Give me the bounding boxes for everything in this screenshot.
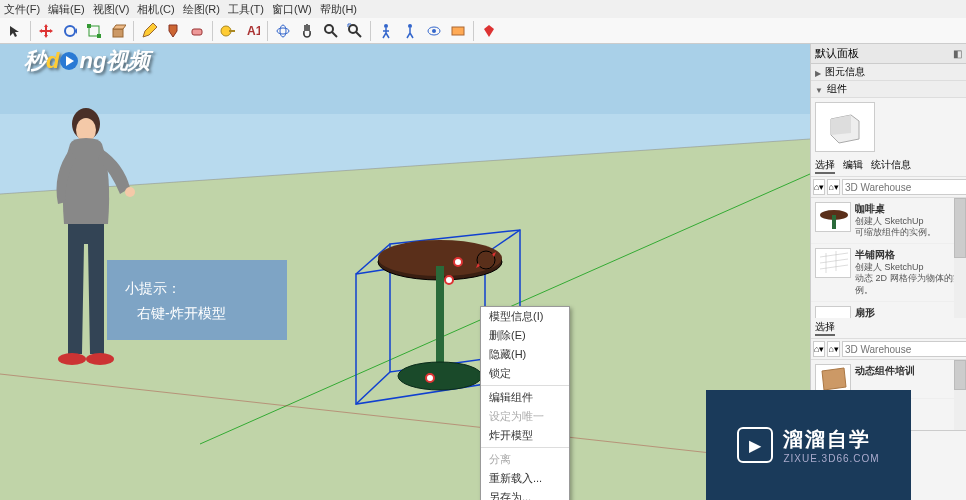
item-thumb bbox=[815, 202, 851, 232]
svg-point-18 bbox=[432, 29, 436, 33]
tab-stats[interactable]: 统计信息 bbox=[871, 158, 911, 174]
menu-camera[interactable]: 相机(C) bbox=[137, 2, 174, 16]
details-icon[interactable]: ⌂▾ bbox=[813, 179, 825, 195]
svg-marker-55 bbox=[822, 368, 846, 390]
collapse-icon bbox=[815, 84, 823, 95]
position-camera-tool[interactable] bbox=[399, 20, 421, 42]
menu-item[interactable]: 删除(E) bbox=[481, 326, 569, 345]
menu-item[interactable]: 锁定 bbox=[481, 364, 569, 383]
tray-header[interactable]: 默认面板 ◧ bbox=[811, 44, 966, 64]
svg-point-0 bbox=[65, 26, 75, 36]
svg-rect-49 bbox=[832, 215, 836, 229]
separator bbox=[133, 21, 134, 41]
menu-item[interactable]: 炸开模型 bbox=[481, 426, 569, 445]
tab-select[interactable]: 选择 bbox=[815, 158, 835, 174]
menu-item[interactable]: 模型信息(I) bbox=[481, 307, 569, 326]
zoom-extents-tool[interactable] bbox=[344, 20, 366, 42]
menu-draw[interactable]: 绘图(R) bbox=[183, 2, 220, 16]
walk-tool[interactable] bbox=[375, 20, 397, 42]
search-input-lower[interactable] bbox=[842, 341, 966, 357]
svg-point-10 bbox=[280, 25, 286, 37]
details-icon[interactable]: ⌂▾ bbox=[813, 341, 825, 357]
scale-tool[interactable] bbox=[83, 20, 105, 42]
entity-info-label: 图元信息 bbox=[825, 65, 865, 79]
svg-point-40 bbox=[398, 362, 482, 390]
svg-rect-5 bbox=[192, 29, 202, 35]
tray-title: 默认面板 bbox=[815, 46, 859, 61]
paint-tool[interactable] bbox=[162, 20, 184, 42]
menu-item[interactable]: 另存为... bbox=[481, 488, 569, 500]
menu-view[interactable]: 视图(V) bbox=[93, 2, 130, 16]
move-tool[interactable] bbox=[35, 20, 57, 42]
pushpull-tool[interactable] bbox=[107, 20, 129, 42]
svg-point-29 bbox=[58, 353, 86, 365]
select-tool[interactable] bbox=[4, 20, 26, 42]
component-item[interactable]: 扇形动态组件培训 bbox=[811, 302, 966, 318]
home-icon[interactable]: ⌂▾ bbox=[827, 179, 839, 195]
zoom-tool[interactable] bbox=[320, 20, 342, 42]
svg-point-11 bbox=[325, 25, 333, 33]
eraser-tool[interactable] bbox=[186, 20, 208, 42]
svg-point-28 bbox=[125, 187, 135, 197]
menu-window[interactable]: 窗口(W) bbox=[272, 2, 312, 16]
menu-item[interactable]: 编辑组件 bbox=[481, 388, 569, 407]
svg-point-30 bbox=[86, 353, 114, 365]
tape-tool[interactable] bbox=[217, 20, 239, 42]
look-around-tool[interactable] bbox=[423, 20, 445, 42]
menu-item[interactable]: 重新载入... bbox=[481, 469, 569, 488]
tab-edit[interactable]: 编辑 bbox=[843, 158, 863, 174]
components-label: 组件 bbox=[827, 82, 847, 96]
search-input[interactable] bbox=[842, 179, 966, 195]
svg-point-43 bbox=[445, 276, 453, 284]
component-controls: ⌂▾ ⌂▾ 🔍 bbox=[811, 177, 966, 198]
svg-point-16 bbox=[408, 24, 412, 28]
banner-play-icon: ▶ bbox=[737, 427, 773, 463]
text-tool[interactable]: A1 bbox=[241, 20, 263, 42]
scrollbar[interactable] bbox=[954, 360, 966, 430]
components-header[interactable]: 组件 bbox=[811, 81, 966, 98]
svg-rect-2 bbox=[87, 24, 91, 28]
item-thumb bbox=[815, 306, 851, 318]
component-tabs: 选择 编辑 统计信息 bbox=[811, 156, 966, 177]
svg-line-14 bbox=[356, 32, 361, 37]
menu-help[interactable]: 帮助(H) bbox=[320, 2, 357, 16]
home-icon[interactable]: ⌂▾ bbox=[827, 341, 839, 357]
item-info: 咖啡桌创建人 SketchUp可缩放组件的实例。 bbox=[855, 202, 962, 239]
pan-tool[interactable] bbox=[296, 20, 318, 42]
separator bbox=[30, 21, 31, 41]
svg-point-9 bbox=[277, 28, 289, 34]
banner-url: ZIXUE.3D66.COM bbox=[783, 453, 879, 464]
section-tool[interactable] bbox=[447, 20, 469, 42]
component-item[interactable]: 半铺网格创建人 SketchUp动态 2D 网格停为物体的实例。 bbox=[811, 244, 966, 302]
context-menu: 模型信息(I)删除(E)隐藏(H)锁定编辑组件设定为唯一炸开模型分离重新载入..… bbox=[480, 306, 570, 500]
tab-select-lower[interactable]: 选择 bbox=[815, 320, 835, 336]
ruby-tool[interactable] bbox=[478, 20, 500, 42]
separator bbox=[473, 21, 474, 41]
menu-item[interactable]: 隐藏(H) bbox=[481, 345, 569, 364]
lower-controls: ⌂▾ ⌂▾ 🔍 bbox=[811, 339, 966, 360]
svg-point-13 bbox=[349, 25, 357, 33]
component-item[interactable]: 咖啡桌创建人 SketchUp可缩放组件的实例。 bbox=[811, 198, 966, 244]
menu-edit[interactable]: 编辑(E) bbox=[48, 2, 85, 16]
component-preview bbox=[815, 102, 875, 152]
item-info: 扇形动态组件培训 bbox=[855, 306, 962, 318]
pencil-tool[interactable] bbox=[138, 20, 160, 42]
tray-pin-icon[interactable]: ◧ bbox=[953, 48, 962, 59]
svg-rect-3 bbox=[97, 34, 101, 38]
menu-bar: 文件(F) 编辑(E) 视图(V) 相机(C) 绘图(R) 工具(T) 窗口(W… bbox=[0, 0, 966, 18]
separator bbox=[212, 21, 213, 41]
item-thumb bbox=[815, 248, 851, 278]
tip-body: 右键-炸开模型 bbox=[125, 301, 269, 326]
entity-info-header[interactable]: 图元信息 bbox=[811, 64, 966, 81]
svg-text:A1: A1 bbox=[247, 24, 260, 38]
menu-tools[interactable]: 工具(T) bbox=[228, 2, 264, 16]
scrollbar[interactable] bbox=[954, 198, 966, 318]
bottom-banner: ▶ 溜溜自学 ZIXUE.3D66.COM bbox=[706, 390, 911, 500]
separator bbox=[481, 385, 569, 386]
menu-file[interactable]: 文件(F) bbox=[4, 2, 40, 16]
orbit-tool[interactable] bbox=[272, 20, 294, 42]
rotate-tool[interactable] bbox=[59, 20, 81, 42]
svg-point-15 bbox=[384, 24, 388, 28]
svg-rect-39 bbox=[436, 266, 444, 366]
tip-title: 小提示： bbox=[125, 276, 269, 301]
